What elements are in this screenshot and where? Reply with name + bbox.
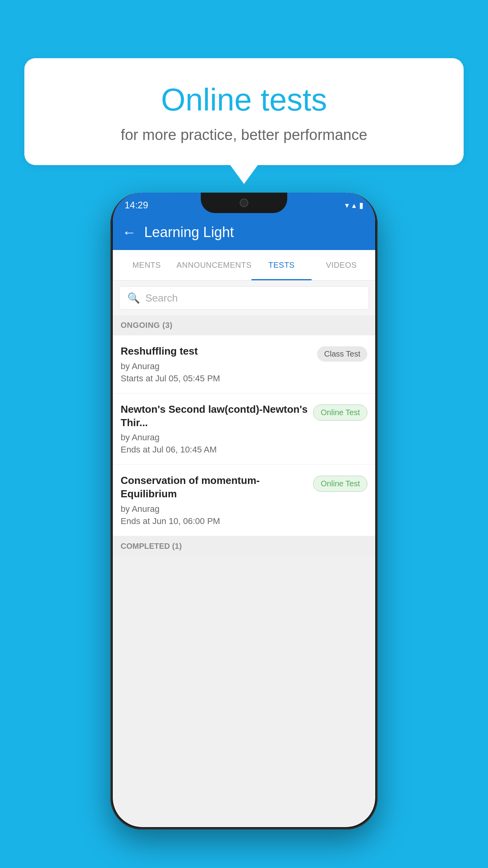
signal-icon: ▴: [352, 200, 356, 210]
bubble-subtitle: for more practice, better performance: [40, 127, 448, 143]
battery-icon: ▮: [359, 200, 363, 210]
test-badge-2: Online Test: [313, 405, 367, 421]
test-badge-3: Online Test: [313, 476, 367, 492]
search-input[interactable]: 🔍 Search: [119, 286, 369, 310]
completed-section-header: COMPLETED (1): [113, 536, 375, 556]
app-bar: ← Learning Light: [113, 215, 375, 250]
tab-tests[interactable]: TESTS: [251, 250, 311, 280]
search-container: 🔍 Search: [113, 281, 375, 315]
tab-videos[interactable]: VIDEOS: [312, 250, 371, 280]
status-time: 14:29: [125, 200, 148, 211]
test-title-2: Newton's Second law(contd)-Newton's Thir…: [121, 403, 308, 430]
app-title: Learning Light: [144, 224, 234, 241]
test-author-3: by Anurag: [121, 504, 308, 514]
ongoing-section-header: ONGOING (3): [113, 315, 375, 335]
test-item-3[interactable]: Conservation of momentum-Equilibrium by …: [113, 465, 375, 536]
test-item-2[interactable]: Newton's Second law(contd)-Newton's Thir…: [113, 394, 375, 465]
test-info-2: Newton's Second law(contd)-Newton's Thir…: [121, 403, 313, 455]
test-badge-1: Class Test: [317, 346, 367, 362]
wifi-icon: ▾: [345, 200, 349, 210]
phone-frame: 14:29 ▾ ▴ ▮ ← Learning Light MENTS ANNOU…: [110, 193, 378, 829]
test-time-1: Starts at Jul 05, 05:45 PM: [121, 373, 312, 384]
tab-announcements[interactable]: ANNOUNCEMENTS: [176, 250, 251, 280]
tab-bar: MENTS ANNOUNCEMENTS TESTS VIDEOS: [113, 250, 375, 281]
completed-label: COMPLETED (1): [121, 542, 182, 550]
ongoing-label: ONGOING (3): [121, 321, 172, 329]
test-list: Reshuffling test by Anurag Starts at Jul…: [113, 335, 375, 536]
test-time-2: Ends at Jul 06, 10:45 AM: [121, 445, 308, 455]
test-title-1: Reshuffling test: [121, 345, 312, 358]
tab-ments[interactable]: MENTS: [117, 250, 176, 280]
test-info-1: Reshuffling test by Anurag Starts at Jul…: [121, 345, 317, 384]
bubble-title: Online tests: [40, 82, 448, 118]
search-placeholder-text: Search: [145, 292, 178, 304]
test-info-3: Conservation of momentum-Equilibrium by …: [121, 474, 313, 526]
speech-bubble: Online tests for more practice, better p…: [24, 58, 464, 165]
phone-screen: 14:29 ▾ ▴ ▮ ← Learning Light MENTS ANNOU…: [113, 193, 375, 827]
status-icons: ▾ ▴ ▮: [345, 200, 363, 210]
test-author-2: by Anurag: [121, 432, 308, 443]
test-author-1: by Anurag: [121, 361, 312, 371]
back-button[interactable]: ←: [122, 224, 136, 241]
search-icon: 🔍: [127, 292, 140, 304]
phone-wrapper: 14:29 ▾ ▴ ▮ ← Learning Light MENTS ANNOU…: [110, 193, 378, 829]
test-time-3: Ends at Jun 10, 06:00 PM: [121, 516, 308, 526]
test-item-1[interactable]: Reshuffling test by Anurag Starts at Jul…: [113, 335, 375, 394]
phone-notch: [201, 193, 287, 213]
test-title-3: Conservation of momentum-Equilibrium: [121, 474, 308, 501]
front-camera: [240, 199, 248, 207]
